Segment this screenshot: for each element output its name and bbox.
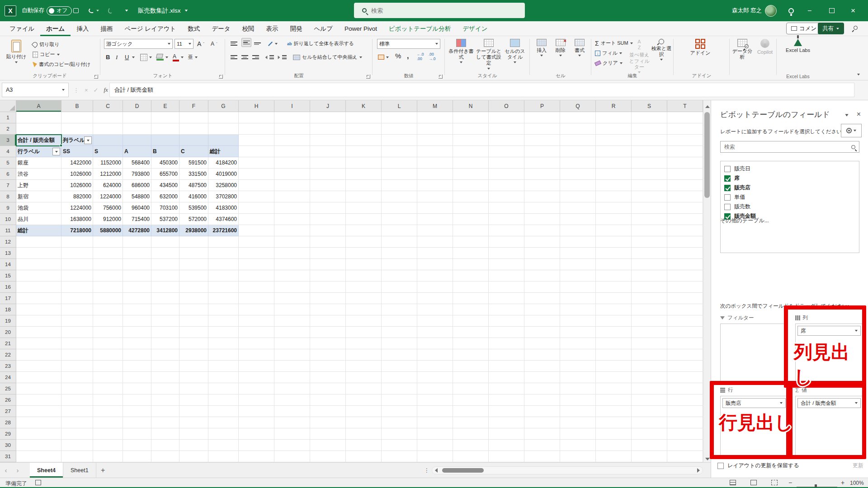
cell-G31[interactable] [208,451,239,462]
cell-L13[interactable] [382,248,417,259]
cell-T1[interactable] [667,112,703,123]
cell-I21[interactable] [274,338,310,349]
cell-C2[interactable] [93,123,123,135]
cell-N6[interactable] [453,169,489,180]
row-header-7[interactable]: 7 [0,180,16,191]
align-bottom-button[interactable] [254,39,261,48]
cell-G6[interactable]: 4019000 [208,169,239,180]
cell-I6[interactable] [274,169,310,180]
cell-M11[interactable] [417,225,453,236]
cell-H16[interactable] [239,282,274,293]
cell-B12[interactable] [61,236,93,248]
bold-button[interactable]: B [106,52,110,62]
cell-P29[interactable] [524,428,560,440]
cell-K2[interactable] [346,123,382,135]
cell-D15[interactable] [123,270,151,282]
cell-J16[interactable] [310,282,346,293]
cell-F25[interactable] [179,383,208,394]
cell-K4[interactable] [346,146,382,157]
cell-R31[interactable] [596,451,632,462]
cell-B30[interactable] [61,440,93,451]
cell-M12[interactable] [417,236,453,248]
row-header-2[interactable]: 2 [0,123,16,135]
cell-C3[interactable] [93,135,123,146]
cell-Q4[interactable] [560,146,596,157]
cell-Q30[interactable] [560,440,596,451]
insert-cells-button[interactable]: 挿入 [533,36,551,56]
cell-H17[interactable] [239,293,274,304]
cell-E10[interactable]: 537200 [151,214,179,225]
cell-P17[interactable] [524,293,560,304]
cell-H20[interactable] [239,327,274,338]
cell-Q6[interactable] [560,169,596,180]
cell-L5[interactable] [382,157,417,169]
cell-S6[interactable] [632,169,667,180]
cell-I25[interactable] [274,383,310,394]
cell-M1[interactable] [417,112,453,123]
cell-J31[interactable] [310,451,346,462]
cell-S20[interactable] [632,327,667,338]
cell-G15[interactable] [208,270,239,282]
cell-E27[interactable] [151,406,179,417]
cell-P18[interactable] [524,304,560,315]
cell-R9[interactable] [596,202,632,214]
cell-H1[interactable] [239,112,274,123]
cell-F3[interactable] [179,135,208,146]
cell-C20[interactable] [93,327,123,338]
field-checkbox[interactable] [724,166,731,172]
cell-Q18[interactable] [560,304,596,315]
cell-R7[interactable] [596,180,632,191]
fill-button[interactable]: ↓フィル [595,48,622,58]
row-header-27[interactable]: 27 [0,406,16,417]
cell-K17[interactable] [346,293,382,304]
field-checkbox[interactable] [724,175,731,182]
column-header-A[interactable]: A [16,100,61,112]
cell-J15[interactable] [310,270,346,282]
cell-N10[interactable] [453,214,489,225]
cell-K10[interactable] [346,214,382,225]
cell-J4[interactable] [310,146,346,157]
cell-G7[interactable]: 3258000 [208,180,239,191]
row-header-24[interactable]: 24 [0,372,16,383]
cell-J27[interactable] [310,406,346,417]
cell-M20[interactable] [417,327,453,338]
cell-B7[interactable]: 1026000 [61,180,93,191]
horizontal-scrollbar[interactable] [432,466,703,474]
cell-P23[interactable] [524,361,560,372]
cell-G29[interactable] [208,428,239,440]
cell-I1[interactable] [274,112,310,123]
cell-O27[interactable] [489,406,524,417]
decrease-indent-button[interactable] [265,52,274,62]
cell-J1[interactable] [310,112,346,123]
tab-Power Pivot[interactable]: Power Pivot [339,21,383,36]
cell-J29[interactable] [310,428,346,440]
row-header-31[interactable]: 31 [0,451,16,462]
cell-T5[interactable] [667,157,703,169]
cell-R1[interactable] [596,112,632,123]
cell-H14[interactable] [239,259,274,270]
cell-E5[interactable]: 450300 [151,157,179,169]
tab-校閲[interactable]: 校閲 [236,21,260,36]
cell-R16[interactable] [596,282,632,293]
cell-D18[interactable] [123,304,151,315]
tab-描画[interactable]: 描画 [94,21,118,36]
cell-L28[interactable] [382,417,417,428]
cell-B11[interactable]: 7218000 [61,225,93,236]
cell-M24[interactable] [417,372,453,383]
cell-D7[interactable]: 686000 [123,180,151,191]
cell-J21[interactable] [310,338,346,349]
column-header-D[interactable]: D [123,100,151,112]
prev-sheet-icon[interactable]: ‹ [0,466,12,474]
align-center-button[interactable] [241,52,248,62]
user-name[interactable]: 森太郎 窓之 [732,7,762,14]
cell-P28[interactable] [524,417,560,428]
field-item-席[interactable]: 席 [724,174,855,183]
cell-L15[interactable] [382,270,417,282]
delete-cells-button[interactable]: × 削除 [552,36,570,56]
cell-E26[interactable] [151,394,179,406]
cell-F10[interactable]: 572000 [179,214,208,225]
cell-E23[interactable] [151,361,179,372]
cell-L18[interactable] [382,304,417,315]
cell-D24[interactable] [123,372,151,383]
cell-B9[interactable]: 1224000 [61,202,93,214]
